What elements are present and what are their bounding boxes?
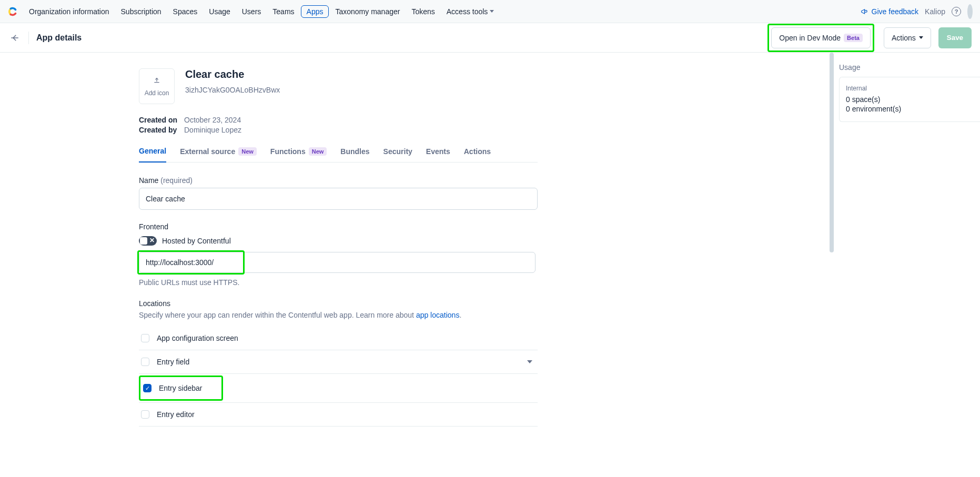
usage-spaces: 0 space(s)	[846, 95, 974, 104]
created-on-value: October 23, 2024	[184, 116, 241, 124]
tab-general[interactable]: General	[139, 147, 166, 163]
location-row-app-config[interactable]: App configuration screen	[139, 327, 538, 350]
org-label[interactable]: Kaliop	[925, 7, 945, 16]
location-label: Entry sidebar	[159, 384, 219, 392]
usage-internal-label: Internal	[846, 85, 974, 92]
new-badge: New	[238, 147, 257, 156]
nav-apps[interactable]: Apps	[301, 5, 329, 18]
name-field-label: Name (required)	[139, 176, 538, 185]
tab-external-source-label: External source	[180, 147, 235, 156]
new-badge: New	[309, 147, 327, 156]
nav-right: Give feedback Kaliop ?	[860, 4, 976, 19]
tab-functions[interactable]: Functions New	[270, 147, 327, 162]
avatar[interactable]	[967, 4, 973, 19]
tab-events[interactable]: Events	[426, 147, 450, 162]
location-label: Entry editor	[157, 410, 536, 419]
separator	[28, 32, 29, 44]
nav-users[interactable]: Users	[237, 5, 267, 18]
app-locations-link[interactable]: app locations	[416, 311, 460, 319]
frontend-url-input[interactable]	[139, 252, 536, 273]
chevron-down-icon	[490, 10, 494, 13]
created-on-label: Created on	[139, 116, 179, 124]
side-panel: Usage Internal 0 space(s) 0 environment(…	[835, 53, 980, 465]
subheader: App details Open in Dev Mode Beta Action…	[0, 23, 980, 53]
nav-tokens[interactable]: Tokens	[406, 5, 440, 18]
tab-external-source[interactable]: External source New	[180, 147, 257, 162]
topnav: Organization information Subscription Sp…	[0, 0, 980, 23]
help-icon[interactable]: ?	[952, 7, 961, 16]
nav-usage[interactable]: Usage	[204, 5, 235, 18]
dev-mode-label: Open in Dev Mode	[779, 34, 841, 42]
upload-icon	[153, 76, 161, 86]
frontend-label: Frontend	[139, 222, 538, 231]
feedback-label: Give feedback	[872, 7, 919, 16]
scrollbar-track	[827, 53, 835, 465]
checkbox[interactable]	[141, 410, 149, 419]
location-label: Entry field	[157, 358, 520, 366]
chevron-down-icon[interactable]	[527, 360, 532, 363]
nav-org-info[interactable]: Organization information	[24, 5, 115, 18]
locations-description: Specify where your app can render within…	[139, 311, 538, 319]
megaphone-icon	[860, 8, 868, 15]
scrollbar-thumb[interactable]	[830, 53, 834, 252]
app-id: 3izhJCYakG0OALoBHzvBwx	[185, 86, 280, 94]
back-arrow-icon[interactable]	[8, 32, 21, 44]
tab-bar: General External source New Functions Ne…	[139, 147, 538, 163]
tab-actions[interactable]: Actions	[464, 147, 491, 162]
location-row-entry-sidebar[interactable]: ✓ Entry sidebar	[142, 379, 220, 398]
location-row-entry-field[interactable]: Entry field	[139, 350, 538, 374]
nav-teams[interactable]: Teams	[267, 5, 299, 18]
x-icon: ✕	[149, 237, 155, 244]
nav-taxonomy[interactable]: Taxonomy manager	[330, 5, 405, 18]
open-dev-mode-button[interactable]: Open in Dev Mode Beta	[771, 27, 871, 48]
nav-access-tools[interactable]: Access tools	[441, 5, 500, 18]
main-content: Add icon Clear cache 3izhJCYakG0OALoBHzv…	[0, 53, 835, 465]
usage-heading: Usage	[839, 63, 980, 72]
locations-label: Locations	[139, 299, 538, 308]
tab-security[interactable]: Security	[383, 147, 412, 162]
location-label: App configuration screen	[157, 334, 536, 342]
checkbox[interactable]: ✓	[143, 384, 151, 392]
created-by-label: Created by	[139, 126, 179, 134]
nav-access-tools-label: Access tools	[447, 7, 488, 16]
feedback-link[interactable]: Give feedback	[860, 7, 919, 16]
beta-badge: Beta	[844, 34, 863, 42]
url-hint: Public URLs must use HTTPS.	[139, 278, 538, 287]
checkbox[interactable]	[141, 358, 149, 366]
hosted-toggle-label: Hosted by Contentful	[162, 237, 231, 245]
checkbox[interactable]	[141, 334, 149, 342]
nav-list: Organization information Subscription Sp…	[23, 5, 860, 18]
name-input[interactable]	[139, 188, 538, 210]
nav-spaces[interactable]: Spaces	[168, 5, 203, 18]
add-icon-button[interactable]: Add icon	[139, 68, 175, 104]
save-button[interactable]: Save	[938, 27, 972, 48]
actions-label: Actions	[892, 34, 916, 42]
usage-card: Internal 0 space(s) 0 environment(s)	[839, 77, 980, 122]
add-icon-label: Add icon	[145, 89, 169, 97]
tab-functions-label: Functions	[270, 147, 306, 156]
app-name-heading: Clear cache	[185, 68, 280, 80]
nav-subscription[interactable]: Subscription	[116, 5, 167, 18]
hosted-toggle[interactable]: ✕	[139, 236, 157, 246]
page-title: App details	[36, 33, 82, 43]
actions-button[interactable]: Actions	[884, 27, 931, 48]
brand-logo	[6, 5, 19, 18]
usage-environments: 0 environment(s)	[846, 105, 974, 113]
tab-bundles[interactable]: Bundles	[340, 147, 369, 162]
chevron-down-icon	[919, 36, 923, 39]
location-row-entry-editor[interactable]: Entry editor	[139, 403, 538, 427]
created-by-value: Dominique Lopez	[184, 126, 241, 134]
